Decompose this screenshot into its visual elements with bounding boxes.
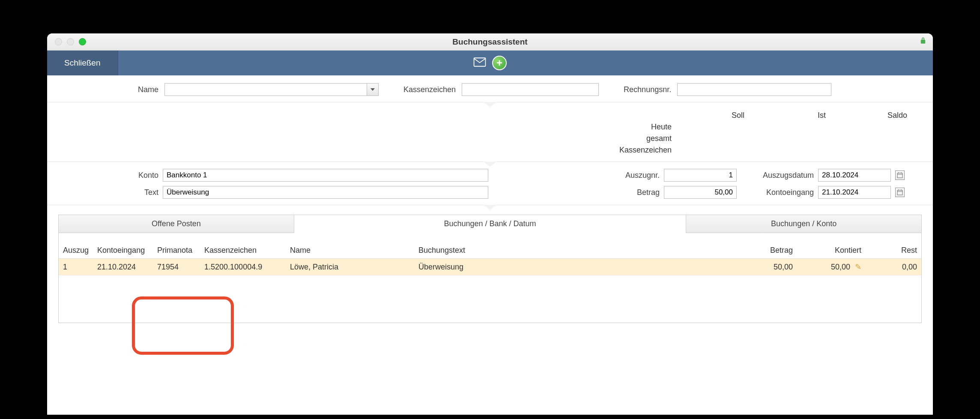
tab-buchungen-konto[interactable]: Buchungen / Konto [686,215,922,233]
bookings-table: Auszug Kontoeingang Primanota Kassenzeic… [59,233,921,275]
betrag-label: Betrag [608,188,660,197]
filter-panel: Name Kassenzeichen Rechnungsnr. [47,75,933,102]
lock-icon [919,37,927,47]
text-input[interactable] [163,186,488,199]
th-kontiert: Kontiert [797,233,866,259]
toolbar-icons: + [473,51,507,75]
kontoeingang-label: Kontoeingang [741,188,814,197]
pencil-icon[interactable]: ✎ [855,263,861,271]
th-name: Name [286,233,414,259]
betrag-input[interactable] [664,186,737,199]
th-buchungstext: Buchungstext [414,233,741,259]
tab-offene-posten[interactable]: Offene Posten [58,215,294,233]
cell-rest: 0,00 [866,259,921,275]
th-primanota: Primanota [153,233,200,259]
kontoeingang-input[interactable] [818,186,891,199]
summary-row-gesamt: gesamt [325,134,672,143]
summary-row-heute: Heute [325,123,672,132]
rechnungsnr-input[interactable] [677,83,831,96]
cell-kontoeingang: 21.10.2024 [93,259,153,275]
name-label: Name [133,85,158,94]
summary-panel: Soll Ist Saldo Heute gesamt Kassenzeiche… [47,102,933,162]
envelope-icon[interactable] [473,57,486,70]
name-input[interactable] [164,83,379,96]
konto-input[interactable] [163,169,488,182]
name-dropdown-button[interactable] [367,83,379,96]
summary-col-ist: Ist [757,111,826,120]
th-betrag: Betrag [741,233,797,259]
konto-label: Konto [111,171,158,180]
summary-col-soll: Soll [684,111,744,120]
calendar-icon[interactable] [895,188,905,197]
rechnungsnr-label: Rechnungsnr. [624,85,671,94]
form-panel: Konto Auszugnr. Auszugsdatum Text Betrag… [47,162,933,205]
cell-buchungstext: Überweisung [414,259,741,275]
add-icon[interactable]: + [492,56,507,70]
toolbar: Schließen + [47,51,933,75]
titlebar: Buchungsassistent [47,33,933,51]
svg-rect-1 [897,173,902,178]
cell-kontiert: 50,00 ✎ [797,259,866,275]
cell-kassenzeichen: 1.5200.100004.9 [200,259,286,275]
kassenzeichen-label: Kassenzeichen [403,85,456,94]
app-window: Buchungsassistent Schließen + Name Kasse… [47,33,933,415]
tab-buchungen-bank[interactable]: Buchungen / Bank / Datum [294,215,687,233]
kassenzeichen-input[interactable] [462,83,599,96]
summary-col-saldo: Saldo [839,111,907,120]
cell-auszug: 1 [59,259,93,275]
summary-row-kassenzeichen: Kassenzeichen [325,146,672,155]
auszugsdatum-label: Auszugsdatum [741,171,814,180]
tabs-area: Offene Posten Buchungen / Bank / Datum B… [47,205,933,323]
auszugnr-input[interactable] [664,169,737,182]
auszugsdatum-input[interactable] [818,169,891,182]
table-row[interactable]: 1 21.10.2024 71954 1.5200.100004.9 Löwe,… [59,259,921,275]
tabs: Offene Posten Buchungen / Bank / Datum B… [58,215,922,233]
th-kontoeingang: Kontoeingang [93,233,153,259]
name-select-wrap [164,83,379,96]
cell-name: Löwe, Patricia [286,259,414,275]
th-auszug: Auszug [59,233,93,259]
text-label: Text [111,188,158,197]
svg-rect-5 [897,190,902,195]
tab-content: Auszug Kontoeingang Primanota Kassenzeic… [58,233,922,323]
th-rest: Rest [866,233,921,259]
auszugnr-label: Auszugnr. [608,171,660,180]
close-button[interactable]: Schließen [47,51,118,75]
cell-betrag: 50,00 [741,259,797,275]
window-title: Buchungsassistent [47,37,933,47]
th-kassenzeichen: Kassenzeichen [200,233,286,259]
cell-primanota: 71954 [153,259,200,275]
svg-rect-0 [474,58,486,66]
calendar-icon[interactable] [895,171,905,180]
